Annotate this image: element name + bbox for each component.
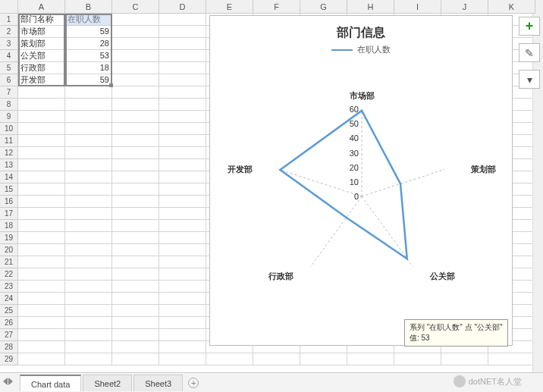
cell[interactable] (159, 341, 206, 353)
cell[interactable] (112, 305, 159, 317)
cell[interactable] (159, 38, 206, 50)
cell[interactable]: 28 (65, 38, 112, 50)
row-header[interactable]: 3 (0, 38, 18, 50)
cell[interactable] (65, 329, 112, 341)
cell[interactable] (112, 293, 159, 305)
cell[interactable] (159, 50, 206, 62)
col-header-J[interactable]: J (441, 0, 488, 14)
row-header[interactable]: 25 (0, 305, 18, 317)
cell[interactable] (112, 38, 159, 50)
cell[interactable] (159, 147, 206, 159)
row-header[interactable]: 19 (0, 232, 18, 244)
cell[interactable] (65, 232, 112, 244)
row-header[interactable]: 1 (0, 14, 18, 26)
cell[interactable] (159, 353, 206, 365)
cell[interactable] (112, 353, 159, 365)
cell[interactable] (18, 171, 65, 183)
cell[interactable]: 市场部 (18, 26, 65, 38)
cell[interactable] (159, 111, 206, 123)
cell[interactable]: 53 (65, 50, 112, 62)
row-header[interactable]: 20 (0, 244, 18, 256)
row-header[interactable]: 5 (0, 62, 18, 74)
cell[interactable] (112, 14, 159, 26)
cell[interactable]: 部门名称 (18, 14, 65, 26)
col-header-I[interactable]: I (394, 0, 441, 14)
cell[interactable] (18, 232, 65, 244)
cell[interactable] (300, 353, 347, 365)
cell[interactable] (112, 111, 159, 123)
cell[interactable] (65, 123, 112, 135)
cell[interactable] (18, 305, 65, 317)
cell[interactable] (159, 183, 206, 196)
row-header[interactable]: 7 (0, 86, 18, 99)
cell[interactable]: 在职人数 (65, 14, 112, 26)
radar-plot[interactable]: 0102030405060市场部策划部公关部行政部开发部 (210, 60, 512, 333)
cell[interactable] (18, 220, 65, 232)
cell[interactable] (159, 135, 206, 147)
cell[interactable] (112, 86, 159, 99)
cell[interactable] (159, 196, 206, 208)
cell[interactable] (159, 123, 206, 135)
cell[interactable] (159, 99, 206, 111)
col-header-H[interactable]: H (347, 0, 394, 14)
col-header-K[interactable]: K (488, 0, 535, 14)
chart-object[interactable]: 部门信息 在职人数 0102030405060市场部策划部公关部行政部开发部 系… (209, 15, 513, 346)
cell[interactable] (112, 232, 159, 244)
cell[interactable] (18, 317, 65, 329)
cell[interactable] (206, 353, 253, 365)
row-header[interactable]: 29 (0, 353, 18, 365)
cell[interactable] (65, 317, 112, 329)
cell[interactable] (18, 281, 65, 293)
cell[interactable] (159, 305, 206, 317)
cell[interactable] (65, 86, 112, 99)
cell[interactable] (159, 62, 206, 74)
col-header-E[interactable]: E (206, 0, 253, 14)
row-header[interactable]: 23 (0, 281, 18, 293)
cell[interactable] (112, 220, 159, 232)
cell[interactable] (394, 353, 441, 365)
col-header-G[interactable]: G (300, 0, 347, 14)
row-header[interactable]: 27 (0, 329, 18, 341)
row-header[interactable]: 21 (0, 256, 18, 268)
row-header[interactable]: 9 (0, 111, 18, 123)
cell[interactable] (65, 341, 112, 353)
cell[interactable] (112, 317, 159, 329)
cell[interactable] (112, 171, 159, 183)
cell[interactable] (18, 256, 65, 268)
cell[interactable] (159, 14, 206, 26)
cell[interactable]: 开发部 (18, 74, 65, 86)
row-header[interactable]: 17 (0, 208, 18, 220)
row-header[interactable]: 15 (0, 183, 18, 196)
cell[interactable] (112, 123, 159, 135)
cell[interactable] (18, 159, 65, 171)
col-header-D[interactable]: D (159, 0, 206, 14)
row-header[interactable]: 26 (0, 317, 18, 329)
cell[interactable] (159, 159, 206, 171)
cell[interactable] (65, 159, 112, 171)
cell[interactable] (112, 329, 159, 341)
cell[interactable] (65, 353, 112, 365)
cell[interactable] (112, 183, 159, 196)
chart-title[interactable]: 部门信息 (210, 16, 512, 44)
cell[interactable]: 策划部 (18, 38, 65, 50)
new-sheet-button[interactable]: + (184, 375, 202, 391)
cell[interactable] (18, 147, 65, 159)
cell[interactable] (65, 293, 112, 305)
row-header[interactable]: 13 (0, 159, 18, 171)
row-header[interactable]: 22 (0, 268, 18, 281)
col-header-B[interactable]: B (65, 0, 112, 14)
row-header[interactable]: 2 (0, 26, 18, 38)
chart-elements-button[interactable]: + (519, 17, 540, 36)
row-header[interactable]: 28 (0, 341, 18, 353)
cell[interactable] (112, 268, 159, 281)
cell[interactable] (65, 305, 112, 317)
row-header[interactable]: 10 (0, 123, 18, 135)
cell[interactable]: 行政部 (18, 62, 65, 74)
cell[interactable]: 公关部 (18, 50, 65, 62)
row-header[interactable]: 6 (0, 74, 18, 86)
cell[interactable] (18, 99, 65, 111)
cell[interactable] (65, 268, 112, 281)
cell[interactable] (159, 317, 206, 329)
cell[interactable] (65, 99, 112, 111)
cell[interactable] (159, 220, 206, 232)
